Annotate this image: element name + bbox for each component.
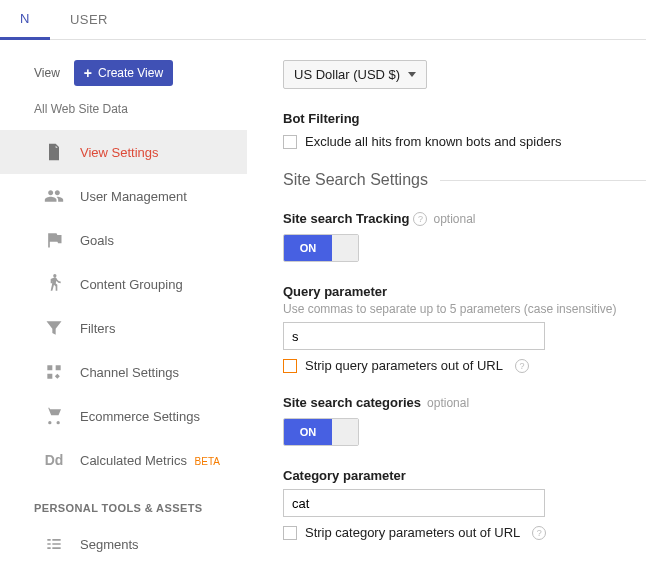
site-search-tracking-toggle[interactable]: ON <box>283 234 359 262</box>
person-walk-icon <box>44 274 64 294</box>
strip-category-label: Strip category parameters out of URL <box>305 525 520 540</box>
sidebar-item-label: Calculated Metrics <box>80 453 187 468</box>
bot-filtering-label: Exclude all hits from known bots and spi… <box>305 134 562 149</box>
sidebar-item-calculated-metrics[interactable]: Dd Calculated Metrics BETA <box>0 438 247 482</box>
segments-icon <box>44 534 64 554</box>
sidebar-item-filters[interactable]: Filters <box>0 306 247 350</box>
strip-query-label: Strip query parameters out of URL <box>305 358 503 373</box>
category-parameter-label: Category parameter <box>283 468 646 483</box>
strip-query-checkbox[interactable] <box>283 359 297 373</box>
site-search-tracking-label: Site search Tracking <box>283 211 409 226</box>
beta-badge: BETA <box>195 456 220 467</box>
sidebar-item-user-management[interactable]: User Management <box>0 174 247 218</box>
tab-user[interactable]: USER <box>50 0 128 40</box>
divider <box>440 180 646 181</box>
query-parameter-label: Query parameter <box>283 284 646 299</box>
sidebar-item-ecommerce-settings[interactable]: Ecommerce Settings <box>0 394 247 438</box>
people-icon <box>44 186 64 206</box>
sidebar-item-segments[interactable]: Segments <box>0 522 247 566</box>
toggle-off-side <box>332 235 358 261</box>
plus-icon: + <box>84 66 92 80</box>
currency-select[interactable]: US Dollar (USD $) <box>283 60 427 89</box>
bot-filtering-title: Bot Filtering <box>283 111 646 126</box>
sidebar-item-content-grouping[interactable]: Content Grouping <box>0 262 247 306</box>
help-icon[interactable]: ? <box>532 526 546 540</box>
toggle-on-label: ON <box>284 419 332 445</box>
sidebar-item-label: Ecommerce Settings <box>80 409 200 424</box>
chevron-down-icon <box>408 72 416 77</box>
sidebar-item-label: Segments <box>80 537 139 552</box>
view-label: View <box>34 66 60 80</box>
site-search-categories-label: Site search categories <box>283 395 421 410</box>
site-search-settings-header: Site Search Settings <box>283 171 428 189</box>
help-icon[interactable]: ? <box>413 212 427 226</box>
main-panel: US Dollar (USD $) Bot Filtering Exclude … <box>247 40 646 566</box>
toggle-off-side <box>332 419 358 445</box>
cart-icon <box>44 406 64 426</box>
sidebar-item-label: View Settings <box>80 145 159 160</box>
funnel-icon <box>44 318 64 338</box>
sidebar-item-goals[interactable]: Goals <box>0 218 247 262</box>
sidebar: View + Create View All Web Site Data Vie… <box>0 40 247 566</box>
query-parameter-input[interactable] <box>283 322 545 350</box>
bot-filtering-checkbox[interactable] <box>283 135 297 149</box>
page-icon <box>44 142 64 162</box>
channel-icon <box>44 362 64 382</box>
create-view-button[interactable]: + Create View <box>74 60 173 86</box>
toggle-on-label: ON <box>284 235 332 261</box>
create-view-label: Create View <box>98 66 163 80</box>
site-search-categories-toggle[interactable]: ON <box>283 418 359 446</box>
sidebar-item-label: User Management <box>80 189 187 204</box>
currency-value: US Dollar (USD $) <box>294 67 400 82</box>
sidebar-item-label: Filters <box>80 321 115 336</box>
all-web-site-data[interactable]: All Web Site Data <box>0 98 247 130</box>
sidebar-item-label: Channel Settings <box>80 365 179 380</box>
personal-tools-section: PERSONAL TOOLS & ASSETS <box>0 482 247 522</box>
optional-label: optional <box>433 212 475 226</box>
sidebar-item-label: Content Grouping <box>80 277 183 292</box>
flag-icon <box>44 230 64 250</box>
sidebar-item-view-settings[interactable]: View Settings <box>0 130 247 174</box>
help-icon[interactable]: ? <box>515 359 529 373</box>
optional-label: optional <box>427 396 469 410</box>
strip-category-checkbox[interactable] <box>283 526 297 540</box>
sidebar-item-label: Goals <box>80 233 114 248</box>
query-parameter-sublabel: Use commas to separate up to 5 parameter… <box>283 302 646 316</box>
dd-icon: Dd <box>44 450 64 470</box>
tab-admin[interactable]: N <box>0 0 50 40</box>
top-tabs: N USER <box>0 0 646 40</box>
category-parameter-input[interactable] <box>283 489 545 517</box>
sidebar-item-channel-settings[interactable]: Channel Settings <box>0 350 247 394</box>
